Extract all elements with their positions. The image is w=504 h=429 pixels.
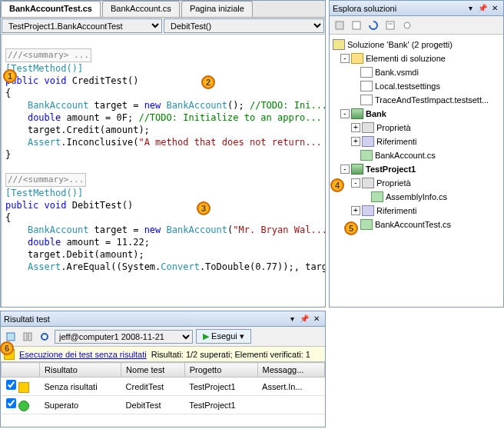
table-row[interactable]: SuperatoDebitTestTestProject1 xyxy=(2,396,325,414)
view-designer-icon[interactable] xyxy=(400,18,414,32)
show-all-icon[interactable] xyxy=(350,18,363,32)
collapse-icon[interactable]: - xyxy=(340,165,350,174)
solution-toolbar xyxy=(330,16,503,35)
collapse-icon[interactable]: - xyxy=(351,178,360,188)
pin-icon[interactable]: 📌 xyxy=(299,314,310,324)
collapse-icon[interactable]: - xyxy=(340,109,350,118)
results-title: Risultati test xyxy=(4,314,285,324)
file-trace-testsettings[interactable]: TraceAndTestImpact.testsett... xyxy=(333,93,500,107)
file-icon xyxy=(360,67,373,78)
cs-file-icon xyxy=(360,150,373,161)
file-bankaccount-cs[interactable]: BankAccount.cs xyxy=(333,148,500,162)
method-navigator[interactable]: DebitTest() xyxy=(164,18,324,33)
properties-icon xyxy=(362,122,374,133)
solution-icon xyxy=(333,39,345,50)
references-node[interactable]: +Riferimenti xyxy=(333,204,500,218)
solution-tree: Soluzione 'Bank' (2 progetti) -Elementi … xyxy=(330,35,503,307)
properties-icon xyxy=(362,178,374,188)
file-icon xyxy=(360,81,373,91)
expand-icon[interactable]: + xyxy=(351,137,360,146)
callout-badge-2: 2 xyxy=(201,75,215,89)
references-icon xyxy=(362,136,374,147)
svg-rect-6 xyxy=(24,333,27,341)
pin-icon[interactable]: 📌 xyxy=(477,3,488,14)
col-result[interactable]: Risultato xyxy=(40,363,121,377)
expand-icon[interactable]: + xyxy=(351,123,360,132)
file-bank-vsmdi[interactable]: Bank.vsmdi xyxy=(333,65,500,79)
svg-rect-2 xyxy=(386,22,394,29)
svg-point-8 xyxy=(41,334,48,340)
results-header: Risultati test ▾ 📌 ✕ xyxy=(1,311,325,327)
svg-rect-0 xyxy=(336,22,343,29)
callout-badge-5: 5 xyxy=(344,221,358,235)
cs-file-icon xyxy=(371,191,383,202)
col-checkbox[interactable] xyxy=(2,363,40,377)
file-icon xyxy=(360,95,373,105)
results-summary: Risultati: 1/2 superati; Elementi verifi… xyxy=(151,350,310,359)
svg-point-4 xyxy=(404,22,410,28)
group-icon[interactable] xyxy=(21,330,35,344)
svg-rect-5 xyxy=(7,333,15,341)
properties-node[interactable]: +Proprietà xyxy=(333,121,500,135)
references-node[interactable]: +Riferimenti xyxy=(333,135,500,148)
col-project[interactable]: Progetto xyxy=(184,363,257,377)
solution-root[interactable]: Soluzione 'Bank' (2 progetti) xyxy=(333,38,500,52)
col-testname[interactable]: Nome test xyxy=(121,363,185,377)
callout-badge-1: 1 xyxy=(3,69,17,83)
references-icon xyxy=(362,205,374,216)
summary-collapsed[interactable]: ///<summary>... xyxy=(5,173,86,187)
properties-icon[interactable] xyxy=(333,18,346,32)
svg-rect-7 xyxy=(28,333,32,341)
csproj-icon xyxy=(351,108,363,119)
svg-rect-1 xyxy=(353,22,360,29)
results-status-bar: Esecuzione dei test senza risultati Risu… xyxy=(1,347,325,362)
project-testproject1[interactable]: -TestProject1 xyxy=(333,162,500,176)
callout-badge-4: 4 xyxy=(330,178,344,192)
results-toolbar: jeff@computer1 2008-11-21 ▶ Esegui ▾ xyxy=(1,327,325,347)
folder-icon xyxy=(351,53,363,64)
class-navigator[interactable]: TestProject1.BankAccountTest xyxy=(2,18,162,33)
editor-tabs: BankAccountTest.cs BankAccount.cs Pagina… xyxy=(1,1,325,18)
callout-badge-3: 3 xyxy=(197,201,211,215)
callout-badge-6: 6 xyxy=(0,341,14,355)
inconclusive-icon xyxy=(18,382,29,393)
solution-explorer-title: Esplora soluzioni xyxy=(333,4,463,13)
dropdown-icon[interactable]: ▾ xyxy=(465,3,476,14)
pass-icon xyxy=(18,401,29,411)
refresh-icon[interactable] xyxy=(366,18,380,32)
cs-file-icon xyxy=(360,219,373,230)
dropdown-icon[interactable]: ▾ xyxy=(287,314,297,324)
col-message[interactable]: Messagg... xyxy=(257,363,324,377)
code-editor[interactable]: ///<summary> ... [TestMethod()] public v… xyxy=(1,35,325,307)
properties-node[interactable]: -Proprietà xyxy=(333,176,500,190)
row-checkbox[interactable] xyxy=(6,398,16,408)
tab-bankaccount[interactable]: BankAccount.cs xyxy=(102,1,180,17)
view-code-icon[interactable] xyxy=(383,18,397,32)
file-assemblyinfo-cs[interactable]: AssemblyInfo.cs xyxy=(333,190,500,204)
test-run-selector[interactable]: jeff@computer1 2008-11-21 xyxy=(55,330,193,344)
results-status-link[interactable]: Esecuzione dei test senza risultati xyxy=(19,350,147,359)
row-checkbox[interactable] xyxy=(6,380,16,390)
expand-icon[interactable]: + xyxy=(351,206,360,215)
close-icon[interactable]: ✕ xyxy=(311,314,322,324)
tab-startpage[interactable]: Pagina iniziale xyxy=(181,1,253,17)
file-local-testsettings[interactable]: Local.testsettings xyxy=(333,79,500,93)
collapse-icon[interactable]: - xyxy=(340,54,350,63)
summary-collapsed[interactable]: ///<summary> ... xyxy=(5,48,91,62)
project-bank[interactable]: -Bank xyxy=(333,107,500,121)
solution-explorer-header: Esplora soluzioni ▾ 📌 ✕ xyxy=(330,1,503,16)
refresh-icon[interactable] xyxy=(38,330,51,344)
close-icon[interactable]: ✕ xyxy=(489,3,500,14)
code-content[interactable]: ///<summary> ... [TestMethod()] public v… xyxy=(2,35,325,307)
results-table: Risultato Nome test Progetto Messagg... … xyxy=(1,362,325,427)
run-button[interactable]: ▶ Esegui ▾ xyxy=(196,329,251,344)
csproj-icon xyxy=(351,164,363,175)
solution-items-folder[interactable]: -Elementi di soluzione xyxy=(333,52,500,65)
outline-column xyxy=(2,35,2,307)
tab-bankaccounttest[interactable]: BankAccountTest.cs xyxy=(1,1,101,17)
table-row[interactable]: Senza risultatiCreditTestTestProject1Ass… xyxy=(2,377,325,396)
